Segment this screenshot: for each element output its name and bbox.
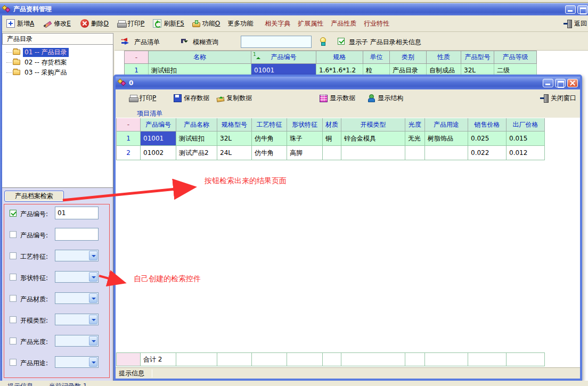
column-header[interactable]: 材质 — [323, 118, 341, 132]
tab-item-list[interactable]: 项目清单 — [132, 108, 168, 119]
field-checkbox[interactable] — [10, 359, 17, 366]
column-header[interactable]: 产品型号 — [461, 51, 494, 64]
table-cell[interactable]: 1 — [117, 132, 141, 146]
column-header[interactable]: 产品用途 — [425, 118, 468, 132]
popup-minimize-button[interactable] — [543, 79, 553, 87]
product-nature-link[interactable]: 产品性质 — [331, 19, 356, 28]
column-header[interactable]: 规格 — [316, 51, 363, 64]
column-header[interactable]: 产品等级 — [494, 51, 537, 64]
table-cell[interactable]: 锌合金模具 — [341, 132, 405, 146]
chevron-down-icon[interactable] — [89, 251, 97, 260]
table-cell[interactable]: 无光 — [405, 132, 425, 146]
field-dropdown[interactable] — [55, 250, 99, 261]
field-text-input[interactable] — [55, 228, 99, 241]
column-header[interactable]: 规格型号 — [217, 118, 252, 132]
field-dropdown[interactable] — [55, 356, 99, 368]
chevron-down-icon[interactable] — [89, 336, 97, 346]
table-cell[interactable]: 高脚 — [287, 146, 323, 160]
close-window-button[interactable]: 关闭窗口 — [540, 94, 576, 103]
minimize-button[interactable] — [565, 5, 576, 14]
field-dropdown[interactable] — [55, 335, 99, 347]
column-header[interactable]: 1产品编号 — [251, 51, 316, 64]
delete-button[interactable]: 删除D — [80, 19, 109, 28]
table-cell[interactable]: 0.025 — [468, 132, 507, 146]
field-checkbox[interactable] — [10, 295, 17, 302]
field-checkbox[interactable] — [10, 338, 17, 344]
fuzzy-query-icon[interactable] — [180, 37, 189, 46]
table-cell[interactable] — [341, 146, 405, 160]
product-list-label[interactable]: 产品清单 — [134, 38, 160, 47]
column-header[interactable]: 类别 — [390, 51, 427, 64]
field-checkbox[interactable] — [10, 210, 17, 217]
table-cell[interactable]: 0.022 — [468, 146, 507, 160]
tree-item-2[interactable]: 02 -- 存货档案 — [6, 58, 112, 67]
add-button[interactable]: 新增A — [6, 19, 34, 28]
table-cell[interactable]: 测试钮扣 — [176, 132, 217, 146]
field-dropdown[interactable] — [55, 271, 99, 283]
column-header[interactable]: 名称 — [149, 51, 251, 64]
table-cell[interactable]: 2 — [117, 146, 141, 160]
field-dropdown[interactable] — [55, 314, 99, 325]
table-cell[interactable]: 24L — [217, 146, 252, 160]
table-cell[interactable] — [323, 146, 341, 160]
column-header[interactable]: 出厂价格 — [507, 118, 545, 132]
table-cell[interactable] — [425, 146, 468, 160]
column-header[interactable]: 产品编号 — [141, 118, 176, 132]
table-cell[interactable]: 01001 — [141, 132, 176, 146]
tree-item-3[interactable]: 03 -- 采购产品 — [6, 68, 112, 77]
table-cell[interactable]: 仿牛角 — [252, 146, 287, 160]
popup-print-button[interactable]: 打印P — [129, 94, 156, 103]
table-cell[interactable]: 铜 — [323, 132, 341, 146]
table-cell[interactable]: 珠子 — [287, 132, 323, 146]
fuzzy-query-label[interactable]: 模糊查询 — [193, 38, 218, 47]
field-checkbox[interactable] — [10, 274, 17, 281]
column-header[interactable]: 开模类型 — [341, 118, 405, 132]
chevron-down-icon[interactable] — [89, 315, 97, 324]
maximize-button[interactable] — [577, 5, 588, 14]
more-functions-button[interactable]: 更多功能 — [227, 19, 253, 28]
table-cell[interactable]: 01002 — [141, 146, 176, 160]
show-structure-button[interactable]: 显示结构 — [367, 94, 403, 103]
table-cell[interactable]: 0.015 — [507, 132, 545, 146]
switch-view-icon[interactable] — [120, 37, 129, 46]
related-dict-link[interactable]: 相关字典 — [265, 19, 290, 28]
field-dropdown[interactable] — [55, 292, 99, 304]
tree-item-1[interactable]: 01 -- 产品目录 — [6, 47, 112, 57]
column-header[interactable]: 工艺特征 — [252, 118, 287, 132]
hint-lamp-icon[interactable] — [318, 37, 327, 45]
popup-maximize-button[interactable] — [555, 79, 566, 87]
copy-data-button[interactable]: 复制数据 — [216, 94, 252, 103]
column-header[interactable]: 性质 — [427, 51, 461, 64]
column-header[interactable]: - — [125, 51, 149, 64]
table-cell[interactable]: 测试产品2 — [176, 146, 217, 160]
refresh-button[interactable]: 刷新F5 — [153, 19, 184, 28]
extended-attr-link[interactable]: 扩展属性 — [298, 19, 323, 28]
popup-close-button[interactable] — [567, 79, 578, 87]
chevron-down-icon[interactable] — [89, 293, 97, 303]
field-checkbox[interactable] — [10, 316, 17, 323]
table-cell[interactable] — [405, 146, 425, 160]
field-checkbox[interactable] — [10, 252, 17, 259]
table-cell[interactable]: 树脂饰品 — [425, 132, 468, 146]
fuzzy-search-input[interactable] — [241, 36, 312, 48]
column-header[interactable]: 单位 — [363, 51, 390, 64]
column-header[interactable]: 产品名称 — [176, 118, 217, 132]
save-data-button[interactable]: 保存数据 — [173, 94, 209, 103]
column-header[interactable]: 销售价格 — [468, 118, 507, 132]
column-header[interactable]: 形状特征 — [287, 118, 323, 132]
show-sub-checkbox[interactable] — [338, 38, 345, 45]
chevron-down-icon[interactable] — [89, 272, 97, 282]
table-cell[interactable]: 32L — [217, 132, 252, 146]
print-button[interactable]: 打印P — [117, 19, 144, 28]
show-data-button[interactable]: 显示数据 — [319, 94, 355, 103]
column-header[interactable]: 光度 — [405, 118, 425, 132]
archive-search-button[interactable]: 产品档案检索 — [4, 191, 64, 202]
return-button[interactable]: 返回 — [564, 19, 587, 28]
industry-trait-link[interactable]: 行业特性 — [364, 19, 389, 28]
column-header[interactable]: - — [117, 118, 141, 132]
table-cell[interactable]: 0.012 — [507, 146, 545, 160]
function-button[interactable]: 功能O — [192, 19, 220, 28]
field-text-input[interactable] — [55, 207, 99, 219]
field-checkbox[interactable] — [10, 231, 17, 238]
chevron-down-icon[interactable] — [89, 357, 97, 367]
